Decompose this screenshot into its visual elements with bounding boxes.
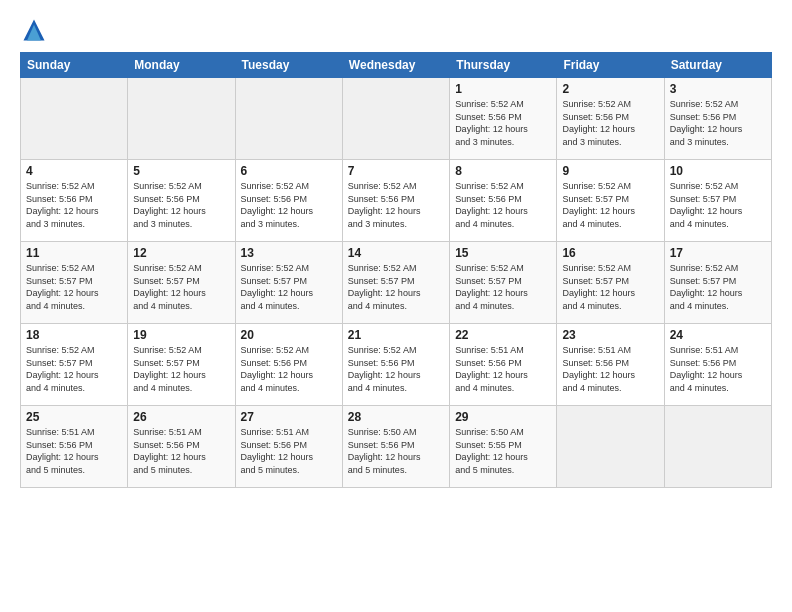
- calendar-week-4: 18Sunrise: 5:52 AM Sunset: 5:57 PM Dayli…: [21, 324, 772, 406]
- calendar-cell: [128, 78, 235, 160]
- calendar-cell: [664, 406, 771, 488]
- day-number: 6: [241, 164, 337, 178]
- day-number: 2: [562, 82, 658, 96]
- calendar-cell: 1Sunrise: 5:52 AM Sunset: 5:56 PM Daylig…: [450, 78, 557, 160]
- calendar-cell: [235, 78, 342, 160]
- calendar-cell: 13Sunrise: 5:52 AM Sunset: 5:57 PM Dayli…: [235, 242, 342, 324]
- day-number: 23: [562, 328, 658, 342]
- calendar-cell: 12Sunrise: 5:52 AM Sunset: 5:57 PM Dayli…: [128, 242, 235, 324]
- day-info: Sunrise: 5:51 AM Sunset: 5:56 PM Dayligh…: [26, 426, 122, 476]
- day-info: Sunrise: 5:52 AM Sunset: 5:56 PM Dayligh…: [241, 180, 337, 230]
- calendar-cell: 26Sunrise: 5:51 AM Sunset: 5:56 PM Dayli…: [128, 406, 235, 488]
- calendar-cell: [557, 406, 664, 488]
- day-number: 15: [455, 246, 551, 260]
- calendar-cell: [342, 78, 449, 160]
- day-info: Sunrise: 5:51 AM Sunset: 5:56 PM Dayligh…: [670, 344, 766, 394]
- day-number: 28: [348, 410, 444, 424]
- calendar-cell: 17Sunrise: 5:52 AM Sunset: 5:57 PM Dayli…: [664, 242, 771, 324]
- calendar-cell: 5Sunrise: 5:52 AM Sunset: 5:56 PM Daylig…: [128, 160, 235, 242]
- day-number: 5: [133, 164, 229, 178]
- day-info: Sunrise: 5:52 AM Sunset: 5:56 PM Dayligh…: [670, 98, 766, 148]
- day-number: 13: [241, 246, 337, 260]
- calendar-cell: 7Sunrise: 5:52 AM Sunset: 5:56 PM Daylig…: [342, 160, 449, 242]
- day-info: Sunrise: 5:52 AM Sunset: 5:57 PM Dayligh…: [133, 262, 229, 312]
- calendar-header-sunday: Sunday: [21, 53, 128, 78]
- day-info: Sunrise: 5:52 AM Sunset: 5:57 PM Dayligh…: [670, 262, 766, 312]
- calendar-cell: 8Sunrise: 5:52 AM Sunset: 5:56 PM Daylig…: [450, 160, 557, 242]
- calendar-cell: 2Sunrise: 5:52 AM Sunset: 5:56 PM Daylig…: [557, 78, 664, 160]
- day-number: 12: [133, 246, 229, 260]
- page: SundayMondayTuesdayWednesdayThursdayFrid…: [0, 0, 792, 612]
- calendar-cell: 10Sunrise: 5:52 AM Sunset: 5:57 PM Dayli…: [664, 160, 771, 242]
- calendar-cell: [21, 78, 128, 160]
- day-number: 8: [455, 164, 551, 178]
- day-info: Sunrise: 5:52 AM Sunset: 5:57 PM Dayligh…: [562, 262, 658, 312]
- day-number: 18: [26, 328, 122, 342]
- day-number: 27: [241, 410, 337, 424]
- calendar-cell: 28Sunrise: 5:50 AM Sunset: 5:56 PM Dayli…: [342, 406, 449, 488]
- calendar-week-1: 1Sunrise: 5:52 AM Sunset: 5:56 PM Daylig…: [21, 78, 772, 160]
- day-info: Sunrise: 5:51 AM Sunset: 5:56 PM Dayligh…: [133, 426, 229, 476]
- calendar-cell: 11Sunrise: 5:52 AM Sunset: 5:57 PM Dayli…: [21, 242, 128, 324]
- day-number: 9: [562, 164, 658, 178]
- day-number: 1: [455, 82, 551, 96]
- day-number: 4: [26, 164, 122, 178]
- calendar-cell: 3Sunrise: 5:52 AM Sunset: 5:56 PM Daylig…: [664, 78, 771, 160]
- calendar-cell: 29Sunrise: 5:50 AM Sunset: 5:55 PM Dayli…: [450, 406, 557, 488]
- calendar-cell: 27Sunrise: 5:51 AM Sunset: 5:56 PM Dayli…: [235, 406, 342, 488]
- calendar-header-saturday: Saturday: [664, 53, 771, 78]
- day-info: Sunrise: 5:52 AM Sunset: 5:56 PM Dayligh…: [348, 344, 444, 394]
- calendar-cell: 6Sunrise: 5:52 AM Sunset: 5:56 PM Daylig…: [235, 160, 342, 242]
- calendar-cell: 19Sunrise: 5:52 AM Sunset: 5:57 PM Dayli…: [128, 324, 235, 406]
- calendar-cell: 16Sunrise: 5:52 AM Sunset: 5:57 PM Dayli…: [557, 242, 664, 324]
- day-info: Sunrise: 5:52 AM Sunset: 5:56 PM Dayligh…: [348, 180, 444, 230]
- calendar-cell: 4Sunrise: 5:52 AM Sunset: 5:56 PM Daylig…: [21, 160, 128, 242]
- day-number: 3: [670, 82, 766, 96]
- day-info: Sunrise: 5:50 AM Sunset: 5:56 PM Dayligh…: [348, 426, 444, 476]
- day-info: Sunrise: 5:52 AM Sunset: 5:57 PM Dayligh…: [26, 344, 122, 394]
- calendar-cell: 21Sunrise: 5:52 AM Sunset: 5:56 PM Dayli…: [342, 324, 449, 406]
- day-number: 17: [670, 246, 766, 260]
- day-info: Sunrise: 5:52 AM Sunset: 5:57 PM Dayligh…: [562, 180, 658, 230]
- calendar-week-5: 25Sunrise: 5:51 AM Sunset: 5:56 PM Dayli…: [21, 406, 772, 488]
- logo: [20, 16, 52, 44]
- day-info: Sunrise: 5:52 AM Sunset: 5:57 PM Dayligh…: [241, 262, 337, 312]
- calendar-week-3: 11Sunrise: 5:52 AM Sunset: 5:57 PM Dayli…: [21, 242, 772, 324]
- day-number: 29: [455, 410, 551, 424]
- day-info: Sunrise: 5:52 AM Sunset: 5:57 PM Dayligh…: [26, 262, 122, 312]
- day-info: Sunrise: 5:51 AM Sunset: 5:56 PM Dayligh…: [562, 344, 658, 394]
- day-info: Sunrise: 5:52 AM Sunset: 5:56 PM Dayligh…: [455, 98, 551, 148]
- calendar: SundayMondayTuesdayWednesdayThursdayFrid…: [20, 52, 772, 488]
- day-info: Sunrise: 5:52 AM Sunset: 5:56 PM Dayligh…: [562, 98, 658, 148]
- day-number: 22: [455, 328, 551, 342]
- logo-icon: [20, 16, 48, 44]
- day-info: Sunrise: 5:52 AM Sunset: 5:56 PM Dayligh…: [241, 344, 337, 394]
- day-number: 25: [26, 410, 122, 424]
- day-info: Sunrise: 5:50 AM Sunset: 5:55 PM Dayligh…: [455, 426, 551, 476]
- calendar-cell: 22Sunrise: 5:51 AM Sunset: 5:56 PM Dayli…: [450, 324, 557, 406]
- calendar-cell: 15Sunrise: 5:52 AM Sunset: 5:57 PM Dayli…: [450, 242, 557, 324]
- calendar-week-2: 4Sunrise: 5:52 AM Sunset: 5:56 PM Daylig…: [21, 160, 772, 242]
- day-number: 24: [670, 328, 766, 342]
- calendar-header-thursday: Thursday: [450, 53, 557, 78]
- day-number: 26: [133, 410, 229, 424]
- day-info: Sunrise: 5:52 AM Sunset: 5:57 PM Dayligh…: [133, 344, 229, 394]
- day-info: Sunrise: 5:52 AM Sunset: 5:56 PM Dayligh…: [455, 180, 551, 230]
- day-info: Sunrise: 5:52 AM Sunset: 5:56 PM Dayligh…: [26, 180, 122, 230]
- day-info: Sunrise: 5:52 AM Sunset: 5:57 PM Dayligh…: [670, 180, 766, 230]
- day-number: 14: [348, 246, 444, 260]
- day-number: 19: [133, 328, 229, 342]
- day-info: Sunrise: 5:51 AM Sunset: 5:56 PM Dayligh…: [241, 426, 337, 476]
- day-info: Sunrise: 5:51 AM Sunset: 5:56 PM Dayligh…: [455, 344, 551, 394]
- calendar-cell: 20Sunrise: 5:52 AM Sunset: 5:56 PM Dayli…: [235, 324, 342, 406]
- calendar-cell: 18Sunrise: 5:52 AM Sunset: 5:57 PM Dayli…: [21, 324, 128, 406]
- day-number: 11: [26, 246, 122, 260]
- calendar-cell: 14Sunrise: 5:52 AM Sunset: 5:57 PM Dayli…: [342, 242, 449, 324]
- calendar-header-wednesday: Wednesday: [342, 53, 449, 78]
- header: [20, 16, 772, 44]
- day-number: 7: [348, 164, 444, 178]
- calendar-header-friday: Friday: [557, 53, 664, 78]
- day-info: Sunrise: 5:52 AM Sunset: 5:57 PM Dayligh…: [348, 262, 444, 312]
- calendar-header-row: SundayMondayTuesdayWednesdayThursdayFrid…: [21, 53, 772, 78]
- calendar-cell: 9Sunrise: 5:52 AM Sunset: 5:57 PM Daylig…: [557, 160, 664, 242]
